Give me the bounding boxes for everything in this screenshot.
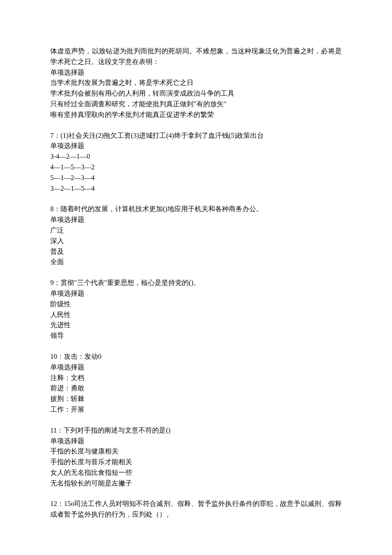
- option-text: 唯有坚持真理取向的学术批判才能真正促进学术的繁荣: [50, 110, 342, 120]
- option-text: 5—1—2—3—4: [50, 173, 342, 183]
- option-text: 领导: [50, 331, 342, 341]
- question-8: 8：随着时代的发展，计算机技术更加()地应用于机关和各种商务办公。 单项选择题 …: [50, 204, 342, 267]
- option-text: 学术批判会被别有用心的人利用，转而演变成政治斗争的工具: [50, 88, 342, 99]
- question-type-label: 单项选择题: [50, 436, 342, 447]
- option-text: 先进性: [50, 320, 342, 331]
- option-text: 3—2—1—5—4: [50, 183, 342, 194]
- option-text: 普及: [50, 247, 342, 257]
- option-text: 工作：开展: [50, 404, 342, 415]
- option-text: 3-4—2—1—0: [50, 151, 342, 162]
- option-text: 人民性: [50, 310, 342, 320]
- question-stem: 10：攻击：发动0: [50, 352, 342, 362]
- intro-block: 体虚造声势，以致钻进为批判而批判的死胡同。不难想象，当这种现象泛化为普遍之时，必…: [50, 46, 342, 120]
- question-stem: 12：15o司法工作人员对明知不符合减刑、假释、暂予监外执行条件的罪犯，故意予以…: [50, 499, 342, 520]
- option-text: 手指的长度与健康相关: [50, 446, 342, 457]
- option-text: 阶级性: [50, 299, 342, 310]
- option-text: 4—1—5—3—2: [50, 162, 342, 173]
- question-type-label: 单项选择题: [50, 215, 342, 225]
- question-type-label: 单项选择题: [50, 141, 342, 151]
- option-text: 当学术批判发展为普遍之时，将是学术死亡之日: [50, 78, 342, 88]
- question-11: 11：下列对手指的阐述与文意不符的是() 单项选择题 手指的长度与健康相关 手指…: [50, 425, 342, 489]
- option-text: 全面: [50, 257, 342, 267]
- option-text: 广泛: [50, 225, 342, 236]
- document-page: 体虚造声势，以致钻进为批判而批判的死胡同。不难想象，当这种现象泛化为普遍之时，必…: [0, 0, 392, 555]
- question-stem: 8：随着时代的发展，计算机技术更加()地应用于机关和各种商务办公。: [50, 204, 342, 215]
- question-stem: 11：下列对手指的阐述与文意不符的是(): [50, 425, 342, 436]
- intro-line: 体虚造声势，以致钻进为批判而批判的死胡同。不难想象，当这种现象泛化为普遍之时，必…: [50, 46, 342, 67]
- question-type-label: 单项选择题: [50, 288, 342, 299]
- question-stem: 9：贯彻"三个代表"重要思想，核心是坚持党的()。: [50, 278, 342, 288]
- question-12: 12：15o司法工作人员对明知不符合减刑、假释、暂予监外执行条件的罪犯，故意予以…: [50, 499, 342, 520]
- question-type-label: 单项选择题: [50, 67, 342, 78]
- option-text: 前进：勇敢: [50, 383, 342, 394]
- option-text: 注释：文档: [50, 373, 342, 384]
- question-stem: 7：(1)社会关注(2)拖欠工资(3)进城打工(4)终于拿到了血汗钱(5)政策出…: [50, 131, 342, 141]
- option-text: 无名指较长的可能是左撇子: [50, 478, 342, 489]
- question-9: 9：贯彻"三个代表"重要思想，核心是坚持党的()。 单项选择题 阶级性 人民性 …: [50, 278, 342, 341]
- option-text: 披荆：斩棘: [50, 394, 342, 404]
- option-text: 只有经过全面调查和研究，才能使批判真正做到"有的放矢": [50, 99, 342, 110]
- option-text: 深入: [50, 236, 342, 247]
- question-10: 10：攻击：发动0 单项选择题 注释：文档 前进：勇敢 披荆：斩棘 工作：开展: [50, 352, 342, 415]
- option-text: 手指的长度与音乐才能相关: [50, 457, 342, 468]
- question-7: 7：(1)社会关注(2)拖欠工资(3)进城打工(4)终于拿到了血汗钱(5)政策出…: [50, 131, 342, 194]
- option-text: 女人的无名指比食指短一些: [50, 468, 342, 478]
- question-type-label: 单项选择题: [50, 362, 342, 373]
